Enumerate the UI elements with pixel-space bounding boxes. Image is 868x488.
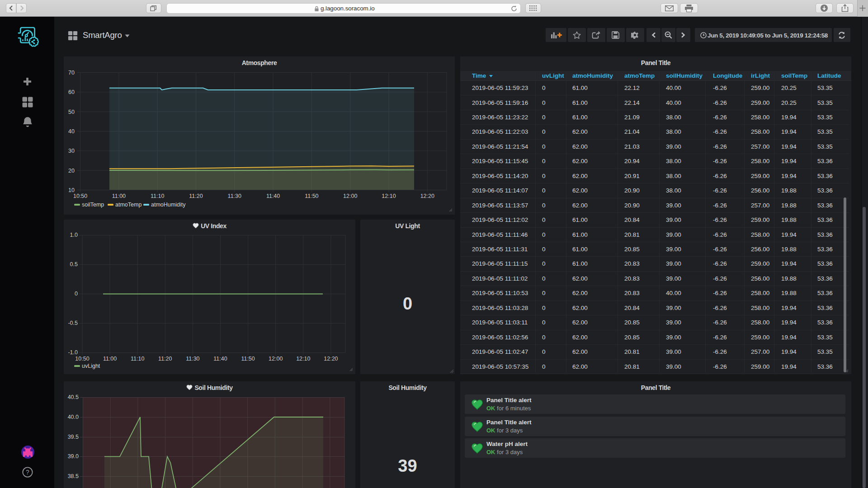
svg-text:11:00: 11:00 bbox=[103, 356, 117, 362]
svg-text:11:30: 11:30 bbox=[228, 193, 241, 199]
svg-text:soilTemp: soilTemp bbox=[82, 202, 104, 208]
svg-text:0: 0 bbox=[75, 291, 78, 297]
svg-text:?: ? bbox=[26, 469, 29, 476]
svg-text:20: 20 bbox=[68, 168, 75, 174]
svg-text:12:00: 12:00 bbox=[343, 193, 357, 199]
svg-text:11:40: 11:40 bbox=[213, 356, 227, 362]
svg-text:atmoTemp: atmoTemp bbox=[115, 202, 142, 208]
svg-text:10: 10 bbox=[68, 187, 75, 193]
svg-text:10:50: 10:50 bbox=[73, 193, 87, 199]
svg-text:12:20: 12:20 bbox=[324, 356, 338, 362]
svg-text:11:40: 11:40 bbox=[266, 193, 280, 199]
svg-text:-0.5: -0.5 bbox=[68, 320, 78, 326]
svg-text:12:10: 12:10 bbox=[382, 193, 396, 199]
svg-text:12:00: 12:00 bbox=[269, 356, 283, 362]
svg-text:11:50: 11:50 bbox=[305, 193, 318, 199]
svg-text:atmoHumidity: atmoHumidity bbox=[151, 202, 186, 208]
svg-text:40.5: 40.5 bbox=[68, 394, 79, 400]
svg-text:60: 60 bbox=[68, 89, 75, 95]
svg-text:11:10: 11:10 bbox=[151, 193, 164, 199]
svg-text:12:20: 12:20 bbox=[420, 193, 434, 199]
svg-text:39.5: 39.5 bbox=[68, 434, 79, 440]
svg-text:11:10: 11:10 bbox=[131, 356, 144, 362]
svg-text:1.0: 1.0 bbox=[70, 232, 78, 238]
svg-text:50: 50 bbox=[68, 109, 75, 115]
svg-text:70: 70 bbox=[68, 70, 75, 76]
svg-text:39.0: 39.0 bbox=[68, 453, 79, 460]
svg-text:30: 30 bbox=[68, 148, 75, 154]
svg-text:11:30: 11:30 bbox=[186, 356, 199, 362]
svg-text:11:50: 11:50 bbox=[241, 356, 255, 362]
svg-text:12:10: 12:10 bbox=[296, 356, 310, 362]
svg-text:11:00: 11:00 bbox=[112, 193, 126, 199]
svg-text:40: 40 bbox=[68, 128, 75, 135]
svg-text:40.0: 40.0 bbox=[68, 414, 79, 420]
svg-text:10:50: 10:50 bbox=[75, 356, 89, 362]
svg-text:11:20: 11:20 bbox=[158, 356, 172, 362]
svg-text:11:20: 11:20 bbox=[189, 193, 203, 199]
svg-text:38.5: 38.5 bbox=[68, 473, 79, 479]
svg-text:0.5: 0.5 bbox=[70, 261, 78, 267]
svg-text:uvLight: uvLight bbox=[82, 363, 100, 369]
svg-text:-1.0: -1.0 bbox=[68, 349, 78, 356]
